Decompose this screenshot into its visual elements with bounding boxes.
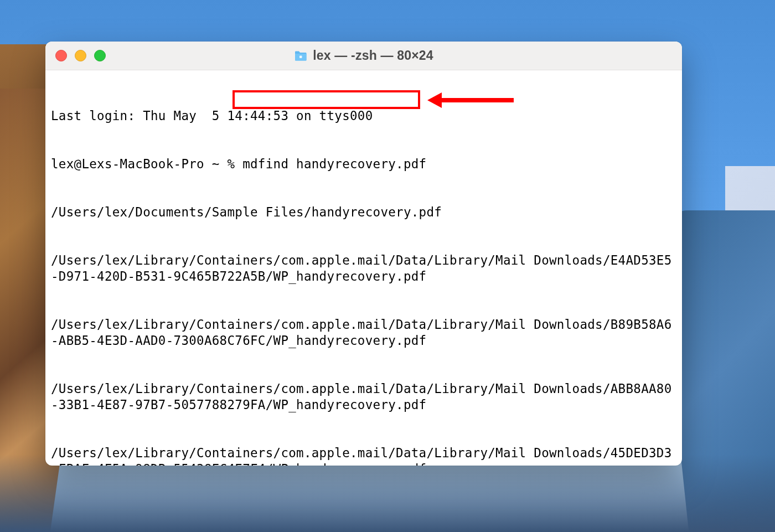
output-line: /Users/lex/Library/Containers/com.apple.… — [51, 317, 676, 349]
prompt-prefix: lex@Lexs-MacBook-Pro ~ % — [51, 157, 242, 171]
output-line: /Users/lex/Documents/Sample Files/handyr… — [51, 204, 676, 220]
annotation-highlight-box — [232, 90, 420, 109]
last-login-line: Last login: Thu May 5 14:44:53 on ttys00… — [51, 108, 676, 124]
maximize-button[interactable] — [94, 50, 106, 61]
arrow-head-icon — [427, 92, 442, 108]
terminal-body[interactable]: Last login: Thu May 5 14:44:53 on ttys00… — [45, 70, 682, 466]
titlebar[interactable]: lex — -zsh — 80×24 — [45, 42, 682, 70]
traffic-lights — [55, 50, 106, 61]
wallpaper-gradient — [0, 454, 775, 532]
command-text: mdfind handyrecovery.pdf — [242, 157, 426, 171]
annotation-arrow — [427, 92, 514, 108]
output-line: /Users/lex/Library/Containers/com.apple.… — [51, 252, 676, 285]
arrow-shaft — [442, 98, 514, 102]
minimize-button[interactable] — [75, 50, 86, 61]
prompt-line: lex@Lexs-MacBook-Pro ~ % mdfind handyrec… — [51, 156, 676, 172]
terminal-window: lex — -zsh — 80×24 Last login: Thu May 5… — [45, 42, 682, 466]
output-line: /Users/lex/Library/Containers/com.apple.… — [51, 381, 676, 413]
svg-rect-0 — [299, 55, 302, 58]
output-line: /Users/lex/Library/Containers/com.apple.… — [51, 445, 676, 466]
folder-icon — [294, 50, 307, 61]
close-button[interactable] — [55, 50, 67, 61]
window-title: lex — -zsh — 80×24 — [313, 48, 433, 63]
